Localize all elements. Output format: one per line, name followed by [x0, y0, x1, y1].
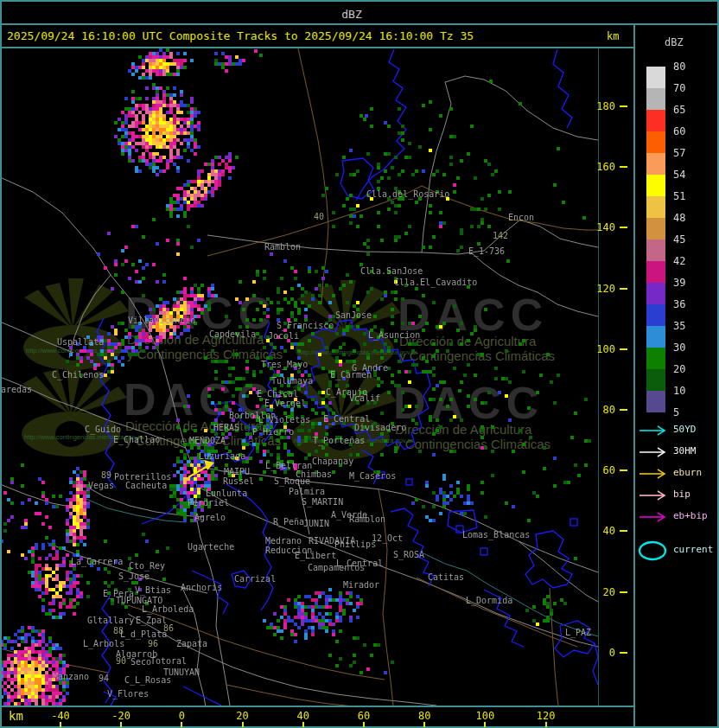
- place-label: S_Roque: [274, 477, 310, 486]
- place-label: MENDOZA: [189, 437, 226, 445]
- eb+bip-arrow-icon: [638, 510, 671, 522]
- place-label: Ramblon: [349, 515, 385, 524]
- legend-label: eb+bip: [673, 511, 708, 521]
- place-label: 12_Oct: [372, 534, 403, 543]
- place-label: Medrano: [265, 537, 302, 546]
- dbz-scale-label: 80: [673, 61, 685, 72]
- dbz-scale-label: 48: [673, 213, 685, 223]
- road-number-label: 40: [314, 213, 324, 221]
- place-label: aredas: [2, 386, 32, 394]
- place-label: Totoral: [150, 657, 187, 666]
- dbz-swatch: [646, 304, 665, 326]
- place-label: Zapata: [176, 640, 207, 648]
- dbz-scale-label: 70: [673, 83, 685, 93]
- dbz-scale-label: 57: [673, 148, 685, 158]
- dbz-swatch: [646, 261, 665, 283]
- 50YD-arrow-icon: [638, 424, 671, 436]
- place-label: C_Chilenos: [52, 371, 104, 380]
- place-label: Clla.El_Cavadito: [394, 278, 477, 287]
- place-label: JUNIN: [303, 520, 329, 528]
- dbz-swatch: [646, 218, 665, 239]
- place-label: Cacheuta: [125, 482, 167, 490]
- place-label: Carrizal: [234, 575, 276, 584]
- color-scale-panel: dBZ 807065605754514845423936353020105 50…: [635, 25, 719, 728]
- place-label: S_Francisco: [277, 322, 334, 330]
- place-label: L_PAZ: [565, 629, 591, 637]
- place-label: Tulumaya: [271, 377, 313, 386]
- place-label: Gltallary: [87, 616, 134, 625]
- place-label: E_Zpal: [136, 616, 167, 625]
- place-label: E_Chical: [257, 390, 298, 399]
- current-ellipse-icon: [638, 540, 671, 562]
- dbz-scale-label: 45: [673, 234, 685, 245]
- place-label: E_Challao: [113, 436, 160, 444]
- scale-title: dBZ: [665, 36, 684, 48]
- dbz-swatch: [646, 110, 665, 131]
- dbz-scale-label: 10: [673, 386, 685, 396]
- dbz-scale-label: 20: [673, 364, 685, 374]
- place-label: HERAS: [213, 424, 239, 432]
- map-labels-layer: Clla.del_RosarioEncon142E_1-73640Ramblon…: [2, 48, 598, 706]
- dbz-swatch: [646, 131, 665, 153]
- place-label: Divisadero: [354, 424, 406, 432]
- place-label: L_Arboleda: [142, 605, 194, 614]
- place-label: L_Dormida: [466, 597, 512, 605]
- dbz-swatch: [646, 175, 665, 196]
- place-label: Manzano: [53, 673, 89, 681]
- place-label: Villavicencio: [128, 316, 195, 325]
- place-label: Encon: [508, 214, 534, 222]
- place-label: Luzuriaga: [199, 452, 245, 461]
- place-label: L_Arbols: [83, 640, 124, 648]
- place-label: Uspallata: [57, 338, 104, 347]
- place-label: V_Flores: [107, 690, 149, 699]
- place-label: E_Carmen: [330, 371, 372, 380]
- place-label: Lunlunta: [206, 489, 247, 498]
- dbz-scale-label: 51: [673, 191, 685, 201]
- legend-label: 50YD: [673, 425, 697, 435]
- dbz-swatch: [646, 153, 665, 175]
- dbz-scale-label: 60: [673, 126, 685, 137]
- place-label: E_Vergel: [264, 399, 306, 408]
- place-label: Mirador: [343, 581, 379, 590]
- place-label: Jocoli: [268, 332, 299, 341]
- road-number-label: 90: [116, 657, 126, 666]
- dbz-scale-label: 5: [673, 407, 679, 418]
- place-label: Russel: [223, 477, 254, 486]
- dbz-scale-label: 39: [673, 278, 685, 288]
- place-label: S_MARTIN: [302, 498, 343, 507]
- place-label: R_Peña: [273, 518, 304, 527]
- dbz-scale-label: 35: [673, 321, 685, 331]
- dbz-swatch: [646, 369, 665, 391]
- dbz-swatch: [646, 67, 665, 88]
- legend-label: 30HM: [673, 446, 697, 457]
- place-label: Phillips: [334, 540, 376, 549]
- place-label: Tres_Mayo: [261, 361, 308, 369]
- place-label: L_Violetas: [258, 416, 310, 425]
- road-number-label: 94: [99, 674, 109, 683]
- road-number-label: 96: [148, 640, 158, 648]
- dbz-swatch: [646, 196, 665, 218]
- dbz-swatch: [646, 88, 665, 110]
- place-label: Agrelo: [194, 514, 226, 522]
- road-number-label: 142: [493, 232, 508, 240]
- radar-app-window: dBZ 2025/09/24 16:10:00 UTC Composite Tr…: [0, 0, 719, 728]
- place-label: C_Guido: [85, 425, 121, 434]
- place-label: L_d_Plata: [120, 630, 167, 639]
- place-label: M_Caseros: [349, 472, 396, 481]
- place-label: T_Porteñas: [313, 437, 365, 445]
- 30HM-arrow-icon: [638, 445, 671, 457]
- eburn-arrow-icon: [638, 467, 671, 479]
- place-label: Cto_Rey: [129, 562, 165, 571]
- legend-label: eburn: [673, 468, 702, 478]
- place-label: La_Carrera: [71, 558, 123, 566]
- legend-label: bip: [673, 489, 690, 500]
- dbz-swatch: [646, 283, 665, 304]
- dbz-swatch: [646, 326, 665, 348]
- place-label: Clla.del_Rosario: [366, 190, 449, 199]
- dbz-scale-label: 54: [673, 169, 685, 180]
- place-label: Anchoris: [181, 584, 222, 592]
- place-label: Chapanay: [312, 457, 353, 466]
- place-label: E_1-736: [468, 247, 505, 256]
- place-label: Clla.SanJose: [360, 267, 423, 276]
- place-label: Palmira: [289, 488, 325, 496]
